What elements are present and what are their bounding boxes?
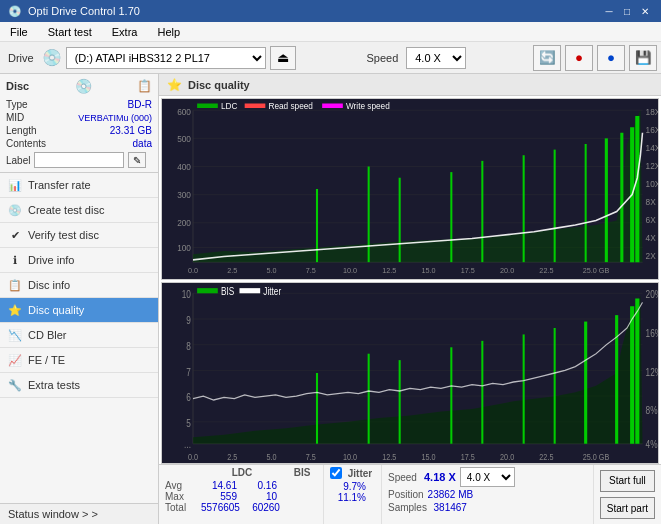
svg-text:10: 10 bbox=[182, 290, 191, 301]
sidebar-item-drive-info[interactable]: ℹ Drive info bbox=[0, 248, 158, 273]
menu-file[interactable]: File bbox=[4, 24, 34, 40]
svg-text:17.5: 17.5 bbox=[461, 266, 475, 275]
svg-rect-50 bbox=[245, 104, 266, 109]
fe-te-icon: 📈 bbox=[8, 353, 22, 367]
svg-text:6X: 6X bbox=[646, 214, 656, 224]
max-jitter-value: 11.1% bbox=[330, 492, 366, 503]
stats-bar: LDC BIS Avg 14.61 0.16 Max 559 10 Total … bbox=[159, 464, 661, 524]
transfer-rate-icon: 📊 bbox=[8, 178, 22, 192]
disc-type-value: BD-R bbox=[128, 99, 152, 110]
speed-stat-selector[interactable]: 4.0 X bbox=[460, 467, 515, 487]
close-button[interactable]: ✕ bbox=[637, 3, 653, 19]
svg-text:14X: 14X bbox=[646, 142, 658, 152]
sidebar-item-fe-te[interactable]: 📈 FE / TE bbox=[0, 348, 158, 373]
eject-button[interactable]: ⏏ bbox=[270, 46, 296, 70]
max-label: Max bbox=[165, 491, 197, 502]
disc-blue-button[interactable]: ● bbox=[597, 45, 625, 71]
menubar: File Start test Extra Help bbox=[0, 22, 661, 42]
total-ldc-value: 5576605 bbox=[201, 502, 240, 513]
svg-text:12.5: 12.5 bbox=[382, 266, 396, 275]
svg-text:12.5: 12.5 bbox=[382, 453, 396, 463]
menu-help[interactable]: Help bbox=[151, 24, 186, 40]
chart-ldc: 600 500 400 300 200 100 18X 16X 14X 12X … bbox=[161, 98, 659, 280]
sidebar-item-drive-info-label: Drive info bbox=[28, 254, 74, 266]
disc-type-row: Type BD-R bbox=[6, 98, 152, 111]
disc-contents-value: data bbox=[133, 138, 152, 149]
status-window-button[interactable]: Status window > > bbox=[0, 503, 158, 524]
speed-label: Speed bbox=[362, 52, 402, 64]
svg-text:5.0: 5.0 bbox=[267, 266, 277, 275]
max-jitter-row: 11.1% bbox=[330, 492, 375, 503]
disc-label-text: Label bbox=[6, 155, 30, 166]
drive-selector[interactable]: (D:) ATAPI iHBS312 2 PL17 bbox=[66, 47, 266, 69]
svg-text:22.5: 22.5 bbox=[539, 266, 553, 275]
total-label: Total bbox=[165, 502, 197, 513]
minimize-button[interactable]: ─ bbox=[601, 3, 617, 19]
svg-text:6: 6 bbox=[186, 392, 191, 403]
sidebar-item-transfer-rate[interactable]: 📊 Transfer rate bbox=[0, 173, 158, 198]
svg-text:15.0: 15.0 bbox=[422, 266, 436, 275]
disc-mid-value: VERBATIMu (000) bbox=[78, 113, 152, 123]
start-full-button[interactable]: Start full bbox=[600, 470, 655, 492]
total-row: Total 5576605 60260 bbox=[165, 502, 317, 513]
action-buttons-section: Start full Start part bbox=[594, 465, 661, 524]
drive-label: Drive bbox=[4, 52, 38, 64]
disc-label-row: Label ✎ bbox=[6, 152, 152, 168]
svg-text:Read speed: Read speed bbox=[268, 101, 313, 111]
speed-stat-value: 4.18 X bbox=[424, 471, 456, 483]
titlebar-title: 💿 Opti Drive Control 1.70 bbox=[8, 5, 140, 18]
sidebar-item-extra-tests-label: Extra tests bbox=[28, 379, 80, 391]
menu-start-test[interactable]: Start test bbox=[42, 24, 98, 40]
titlebar-controls: ─ □ ✕ bbox=[601, 3, 653, 19]
sidebar-item-verify-test-disc-label: Verify test disc bbox=[28, 229, 99, 241]
menu-extra[interactable]: Extra bbox=[106, 24, 144, 40]
sidebar-item-extra-tests[interactable]: 🔧 Extra tests bbox=[0, 373, 158, 398]
svg-text:4%: 4% bbox=[646, 439, 658, 450]
svg-text:200: 200 bbox=[177, 218, 191, 228]
save-button[interactable]: 💾 bbox=[629, 45, 657, 71]
disc-length-label: Length bbox=[6, 125, 37, 136]
sidebar-item-disc-quality[interactable]: ⭐ Disc quality bbox=[0, 298, 158, 323]
svg-text:16%: 16% bbox=[646, 328, 658, 339]
jitter-checkbox[interactable] bbox=[330, 467, 342, 479]
start-part-button[interactable]: Start part bbox=[600, 497, 655, 519]
disc-label-input[interactable] bbox=[34, 152, 124, 168]
disc-panel: Disc 💿 📋 Type BD-R MID VERBATIMu (000) L… bbox=[0, 74, 158, 173]
max-row: Max 559 10 bbox=[165, 491, 317, 502]
total-bis-value: 60260 bbox=[244, 502, 280, 513]
disc-panel-header: Disc 💿 📋 bbox=[6, 78, 152, 94]
svg-rect-98 bbox=[197, 288, 218, 293]
svg-text:7: 7 bbox=[186, 367, 191, 378]
speed-pos-section: Speed 4.18 X 4.0 X Position 23862 MB Sam… bbox=[382, 465, 594, 524]
speed-stat-label: Speed bbox=[388, 472, 420, 483]
disc-panel-title: Disc bbox=[6, 80, 29, 92]
svg-text:17.5: 17.5 bbox=[461, 453, 475, 463]
disc-info-icon: 📋 bbox=[8, 278, 22, 292]
maximize-button[interactable]: □ bbox=[619, 3, 635, 19]
disc-red-button[interactable]: ● bbox=[565, 45, 593, 71]
sidebar-item-transfer-rate-label: Transfer rate bbox=[28, 179, 91, 191]
speed-selector[interactable]: 4.0 X bbox=[406, 47, 466, 69]
svg-text:16X: 16X bbox=[646, 124, 658, 134]
main-layout: Disc 💿 📋 Type BD-R MID VERBATIMu (000) L… bbox=[0, 74, 661, 524]
svg-text:Jitter: Jitter bbox=[263, 286, 281, 297]
disc-label-edit-button[interactable]: ✎ bbox=[128, 152, 146, 168]
disc-type-label: Type bbox=[6, 99, 28, 110]
svg-text:18X: 18X bbox=[646, 106, 658, 116]
svg-text:20.0: 20.0 bbox=[500, 266, 514, 275]
svg-text:9: 9 bbox=[186, 315, 191, 326]
svg-text:12X: 12X bbox=[646, 160, 658, 170]
chart-ldc-svg: 600 500 400 300 200 100 18X 16X 14X 12X … bbox=[162, 99, 658, 279]
disc-panel-extra-icon: 📋 bbox=[137, 79, 152, 93]
sidebar-item-disc-info[interactable]: 📋 Disc info bbox=[0, 273, 158, 298]
svg-text:10.0: 10.0 bbox=[343, 453, 357, 463]
sidebar-item-create-test-disc[interactable]: 💿 Create test disc bbox=[0, 198, 158, 223]
svg-text:600: 600 bbox=[177, 106, 191, 116]
refresh-button[interactable]: 🔄 bbox=[533, 45, 561, 71]
jitter-section: Jitter 9.7% 11.1% bbox=[324, 465, 382, 524]
sidebar-item-verify-test-disc[interactable]: ✔ Verify test disc bbox=[0, 223, 158, 248]
avg-jitter-value: 9.7% bbox=[330, 481, 366, 492]
svg-text:400: 400 bbox=[177, 162, 191, 172]
sidebar-item-cd-bler[interactable]: 📉 CD Bler bbox=[0, 323, 158, 348]
sidebar-item-disc-info-label: Disc info bbox=[28, 279, 70, 291]
